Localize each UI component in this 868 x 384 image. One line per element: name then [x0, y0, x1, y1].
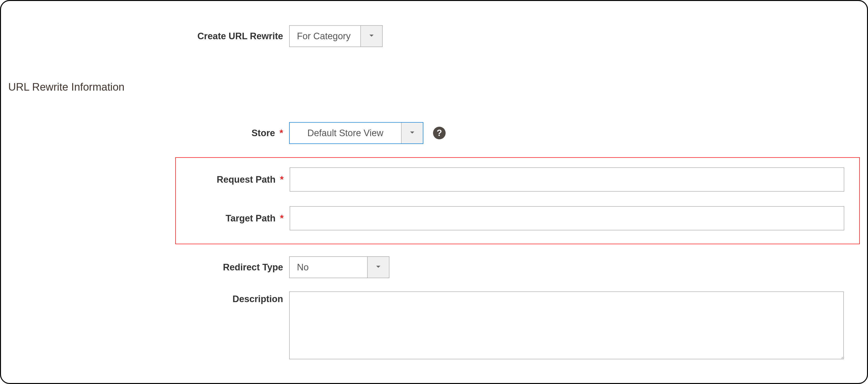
target-path-row: Target Path * [176, 206, 852, 230]
help-icon[interactable]: ? [433, 127, 445, 139]
create-url-rewrite-label: Create URL Rewrite [8, 31, 289, 41]
description-label: Description [8, 291, 289, 304]
highlighted-paths-box: Request Path * Target Path * [175, 157, 860, 244]
dropdown-toggle[interactable] [361, 26, 382, 47]
description-row: Description [8, 291, 860, 359]
chevron-down-icon [375, 264, 381, 271]
store-label: Store * [8, 128, 289, 138]
store-row: Store * Default Store View ? [8, 122, 860, 144]
store-select[interactable]: Default Store View [289, 122, 423, 144]
request-path-input[interactable] [290, 168, 844, 191]
description-textarea[interactable] [289, 291, 844, 359]
redirect-type-value: No [290, 257, 367, 278]
create-url-rewrite-value: For Category [290, 26, 361, 47]
url-rewrite-panel: Create URL Rewrite For Category URL Rewr… [0, 0, 868, 384]
dropdown-toggle[interactable] [401, 123, 423, 143]
section-title: URL Rewrite Information [8, 81, 860, 93]
request-path-row: Request Path * [176, 168, 852, 191]
chevron-down-icon [409, 129, 415, 137]
redirect-type-label: Redirect Type [8, 262, 289, 272]
dropdown-toggle[interactable] [367, 257, 389, 278]
target-path-input[interactable] [290, 206, 844, 230]
create-url-rewrite-select[interactable]: For Category [289, 25, 383, 47]
required-marker: * [279, 128, 283, 138]
create-url-rewrite-row: Create URL Rewrite For Category [8, 25, 860, 47]
redirect-type-select[interactable]: No [289, 256, 390, 278]
request-path-label: Request Path * [176, 174, 290, 185]
required-marker: * [280, 213, 284, 224]
chevron-down-icon [368, 32, 375, 40]
required-marker: * [280, 174, 284, 185]
target-path-label: Target Path * [176, 213, 290, 224]
store-value: Default Store View [290, 123, 401, 143]
redirect-type-row: Redirect Type No [8, 256, 860, 278]
